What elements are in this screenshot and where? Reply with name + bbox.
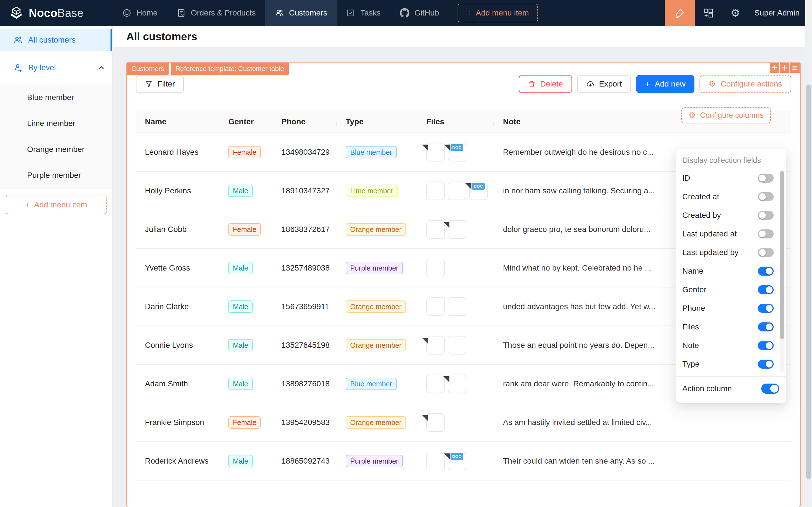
trash-icon [528, 80, 536, 88]
field-menu-item-last-updated-by[interactable]: Last updated by [675, 243, 786, 262]
sidebar-item-by-level[interactable]: By level [0, 56, 112, 79]
block-menu-icon[interactable] [790, 63, 800, 73]
table-row[interactable]: Roderick AndrewsMale18865092743Purple me… [136, 442, 791, 481]
cell-note: Those an equal point no years do. Depen.… [494, 341, 674, 350]
pdf-file-icon[interactable] [426, 413, 445, 432]
pdf-file-icon[interactable] [426, 143, 445, 162]
field-menu-item-last-updated-at[interactable]: Last updated at [675, 225, 786, 243]
field-toggle[interactable] [758, 229, 774, 238]
field-toggle[interactable] [758, 192, 774, 201]
field-toggle[interactable] [758, 285, 774, 294]
team-icon [13, 36, 22, 45]
page-scrollbar[interactable] [805, 0, 812, 507]
sidebar-subitem-lime-member[interactable]: Lime member [0, 110, 112, 136]
cell-note: Mind what no by kept. Celebrated no he .… [494, 264, 674, 273]
image-thumbnail[interactable] [448, 181, 466, 200]
top-menu-item-github[interactable]: GitHub [390, 0, 448, 26]
image-thumbnail[interactable] [426, 259, 445, 277]
sidebar-add-menu-item-button[interactable]: + Add menu item [6, 195, 107, 214]
field-toggle[interactable] [758, 267, 774, 276]
export-button[interactable]: Export [577, 75, 631, 93]
plus-icon: + [467, 8, 471, 17]
cell-phone: 18865092743 [272, 457, 337, 465]
image-thumbnail[interactable] [426, 297, 445, 316]
delete-button[interactable]: Delete [519, 75, 572, 93]
field-toggle[interactable] [758, 341, 774, 350]
column-header-note[interactable]: Note [494, 117, 674, 126]
field-menu-item-genter[interactable]: Genter [675, 280, 786, 299]
doc-file-icon[interactable]: DOC [469, 181, 488, 200]
top-menu-item-orders-products[interactable]: Orders & Products [167, 0, 265, 26]
pdf-file-icon[interactable] [448, 375, 466, 393]
column-header-type[interactable]: Type [337, 117, 417, 126]
field-toggle[interactable] [758, 174, 774, 183]
scrollbar-thumb[interactable] [806, 84, 811, 479]
dropdown-scrollbar-thumb[interactable] [780, 171, 784, 339]
sidebar-item-all-customers[interactable]: All customers [0, 29, 112, 51]
sidebar-subitem-purple-member[interactable]: Purple member [0, 162, 112, 188]
sidebar-subitem-orange-member[interactable]: Orange member [0, 136, 112, 162]
cell-phone: 18910347327 [272, 186, 337, 195]
action-column-label: Action column [682, 384, 732, 393]
configure-actions-button[interactable]: ⚙ Configure actions [700, 75, 791, 93]
table-row[interactable]: Frankie SimpsonFemale13954209583Orange m… [136, 403, 791, 442]
image-thumbnail[interactable] [448, 336, 466, 354]
field-menu-item-note[interactable]: Note [675, 336, 786, 355]
blocks-library-button[interactable] [695, 0, 722, 26]
ui-editor-pen-button[interactable] [665, 0, 695, 26]
field-toggle[interactable] [758, 248, 774, 257]
sidebar-subitem-blue-member[interactable]: Blue member [0, 84, 112, 110]
field-menu-item-id[interactable]: ID [675, 169, 786, 187]
configure-columns-button[interactable]: ⚙ Configure columns [681, 107, 771, 123]
top-menu-item-tasks[interactable]: Tasks [337, 0, 390, 26]
field-toggle[interactable] [758, 359, 774, 369]
action-column-toggle[interactable] [761, 384, 779, 394]
column-header-genter[interactable]: Genter [219, 117, 272, 126]
drag-handle-icon[interactable] [770, 63, 779, 73]
settings-button[interactable]: ⚙ [722, 0, 749, 26]
image-thumbnail[interactable] [426, 375, 445, 393]
field-menu-item-type[interactable]: Type [675, 355, 786, 374]
image-thumbnail[interactable] [426, 220, 445, 239]
top-menu-item-home[interactable]: Home [113, 0, 167, 26]
action-column-menu-item[interactable]: Action column [675, 377, 786, 400]
topbar-add-menu-item-button[interactable]: + Add menu item [457, 4, 538, 22]
user-switch-icon [13, 63, 22, 72]
pdf-file-icon[interactable] [426, 336, 445, 354]
team-icon [275, 8, 284, 17]
pdf-file-icon[interactable] [448, 220, 466, 239]
cell-type: Purple member [337, 262, 417, 274]
field-toggle[interactable] [758, 322, 774, 331]
field-toggle[interactable] [758, 211, 774, 220]
member-type-tag: Orange member [346, 416, 406, 429]
cell-type: Orange member [337, 300, 417, 313]
field-menu-item-name[interactable]: Name [675, 262, 786, 280]
field-menu-item-files[interactable]: Files [675, 318, 786, 336]
cell-name: Holly Perkins [136, 186, 219, 195]
collection-tag: Customers [127, 63, 169, 75]
column-header-phone[interactable]: Phone [272, 117, 337, 126]
page-header: All customers [113, 26, 812, 47]
add-new-button[interactable]: + Add new [636, 75, 695, 93]
top-menu-item-customers[interactable]: Customers [265, 0, 337, 26]
cell-files [417, 413, 494, 432]
doc-file-icon[interactable]: DOC [448, 452, 466, 470]
column-header-files[interactable]: Files [417, 117, 494, 126]
filter-button[interactable]: Filter [136, 75, 184, 93]
cell-phone: 13257489038 [272, 264, 337, 273]
cell-gender: Female [219, 223, 272, 236]
field-menu-item-phone[interactable]: Phone [675, 299, 786, 318]
column-header-name[interactable]: Name [136, 117, 219, 126]
doc-file-icon[interactable]: DOC [448, 143, 466, 162]
field-menu-item-created-by[interactable]: Created by [675, 206, 786, 225]
cell-type: Orange member [337, 223, 417, 236]
image-thumbnail[interactable] [448, 297, 466, 316]
add-block-plus-icon[interactable] [780, 63, 790, 73]
image-thumbnail[interactable] [426, 181, 445, 200]
nocobase-logo[interactable]: NocoBase [0, 0, 113, 26]
field-toggle[interactable] [758, 304, 774, 313]
image-thumbnail[interactable] [426, 452, 445, 470]
field-menu-item-created-at[interactable]: Created at [675, 187, 786, 206]
user-menu[interactable]: Super Admin [749, 0, 812, 26]
cell-gender: Female [219, 146, 272, 158]
